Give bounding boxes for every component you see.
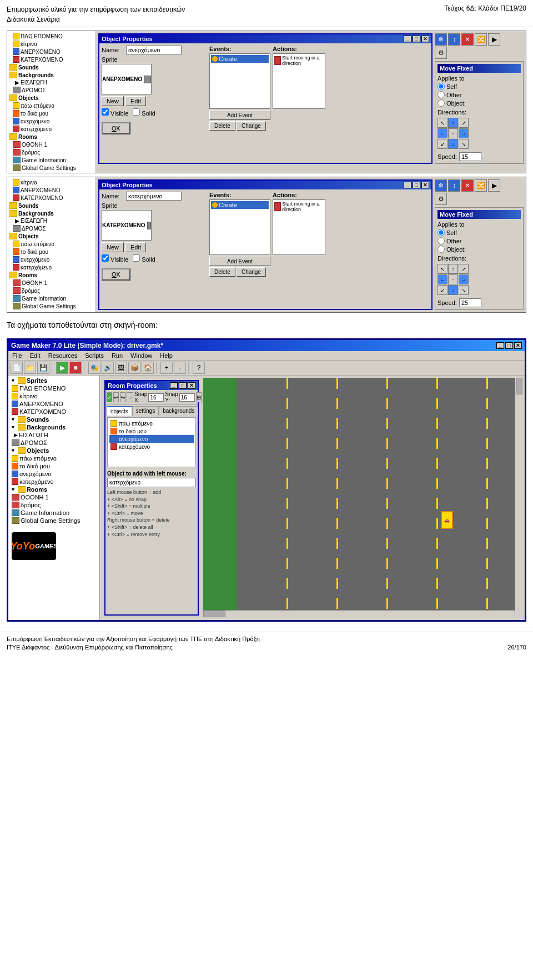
tb-open[interactable]: 📁: [24, 362, 36, 374]
menu-run[interactable]: Run: [110, 352, 124, 359]
speed-input-1[interactable]: [459, 152, 481, 161]
dir2-w[interactable]: ←: [438, 274, 447, 284]
minimize-btn-1[interactable]: _: [404, 36, 411, 42]
edit-sprite-btn-1[interactable]: Edit: [125, 96, 146, 106]
tb-new[interactable]: 📄: [11, 362, 23, 374]
maximize-btn-2[interactable]: □: [413, 182, 420, 188]
big-close-btn[interactable]: ✕: [514, 342, 522, 349]
tb-zoom-in[interactable]: +: [160, 362, 173, 374]
big-minimize-btn[interactable]: _: [496, 342, 504, 349]
dir2-s[interactable]: ↓: [448, 285, 458, 295]
tb-sound[interactable]: 🔊: [102, 362, 114, 374]
action-icon2-1[interactable]: ❄: [435, 179, 447, 192]
dir-w-1[interactable]: ←: [438, 128, 447, 138]
tb-play[interactable]: ▶: [56, 362, 68, 374]
ok-btn-2[interactable]: OK: [102, 268, 130, 281]
close-btn-2[interactable]: ✕: [421, 182, 429, 188]
room-close-btn[interactable]: ✕: [188, 382, 195, 389]
tb-stop[interactable]: ■: [69, 362, 82, 374]
dir2-n[interactable]: ↑: [448, 264, 458, 274]
room-tb-undo[interactable]: ↩: [113, 392, 119, 402]
menu-window[interactable]: Window: [129, 352, 154, 359]
room-tb-redo[interactable]: ↪: [120, 392, 125, 402]
dir-center-1[interactable]: ·: [448, 128, 458, 138]
solid-checkbox-label-1[interactable]: Solid: [133, 108, 155, 117]
add-event-btn-1[interactable]: Add Event: [209, 111, 270, 120]
tab-settings[interactable]: settings: [132, 406, 159, 416]
dir2-sw[interactable]: ↙: [438, 285, 447, 295]
action-icon-4[interactable]: 🔀: [475, 33, 487, 46]
action-icon2-6[interactable]: ⚙: [435, 193, 447, 205]
name-input-2[interactable]: [126, 192, 182, 201]
menu-edit[interactable]: Edit: [28, 352, 42, 359]
room-scrollbar-v[interactable]: [515, 378, 522, 618]
name-input-1[interactable]: [126, 46, 182, 54]
tb-bg[interactable]: 🖼: [115, 362, 127, 374]
dir2-center[interactable]: ·: [448, 274, 458, 284]
dir-ne-1[interactable]: ↗: [459, 118, 469, 128]
action-icon-1[interactable]: ❄: [435, 33, 447, 46]
dir-nw-1[interactable]: ↖: [438, 118, 447, 128]
tb-sprite[interactable]: 🎭: [88, 362, 100, 374]
dir-se-1[interactable]: ↘: [459, 139, 469, 149]
menu-resources[interactable]: Resources: [47, 352, 79, 359]
solid-checkbox-2[interactable]: [133, 254, 140, 262]
v-scrollbar-thumb[interactable]: [516, 378, 522, 394]
action-icon-2[interactable]: ↕: [448, 33, 460, 46]
visible-checkbox-label-2[interactable]: Visible: [102, 254, 128, 263]
action-icon2-5[interactable]: ▶: [488, 179, 500, 192]
new-sprite-btn-1[interactable]: New: [102, 96, 124, 106]
dir-sw-1[interactable]: ↙: [438, 139, 447, 149]
dir2-ne[interactable]: ↗: [459, 264, 469, 274]
tab-backgrounds[interactable]: backgrounds: [159, 406, 198, 416]
minimize-btn-2[interactable]: _: [404, 182, 411, 188]
close-btn-1[interactable]: ✕: [421, 36, 429, 42]
tb-save[interactable]: 💾: [37, 362, 49, 374]
tb-obj[interactable]: 📦: [128, 362, 140, 374]
room-minimize-btn[interactable]: _: [170, 382, 178, 389]
snap-y-input[interactable]: [179, 393, 195, 402]
tb-help[interactable]: ?: [193, 362, 205, 374]
dir-s-1[interactable]: ↓: [448, 139, 458, 149]
menu-help[interactable]: Help: [158, 352, 174, 359]
dir-e-1[interactable]: →: [459, 128, 469, 138]
change-btn-1[interactable]: Change: [237, 121, 266, 131]
speed-input-2[interactable]: [459, 298, 481, 307]
room-maximize-btn[interactable]: □: [179, 382, 187, 389]
tb-room[interactable]: 🏠: [142, 362, 154, 374]
dir2-e[interactable]: →: [459, 274, 469, 284]
h-scrollbar-thumb[interactable]: [203, 611, 225, 617]
change-btn-2[interactable]: Change: [237, 267, 266, 277]
action-icon-6[interactable]: ⚙: [435, 47, 447, 59]
solid-checkbox-label-2[interactable]: Solid: [133, 254, 155, 263]
ok-btn-1[interactable]: OK: [102, 122, 130, 134]
action-icon2-2[interactable]: ↕: [448, 179, 460, 192]
new-sprite-btn-2[interactable]: New: [102, 242, 124, 252]
action-icon-5[interactable]: ▶: [488, 33, 500, 46]
delete-btn-2[interactable]: Delete: [209, 267, 235, 277]
edit-sprite-btn-2[interactable]: Edit: [125, 242, 146, 252]
visible-checkbox-label-1[interactable]: Visible: [102, 108, 128, 117]
room-tb-arrow[interactable]: →: [127, 392, 133, 402]
snap-x-input[interactable]: [148, 393, 164, 402]
room-tb-ok[interactable]: ✓: [107, 392, 112, 402]
tb-zoom-out[interactable]: -: [174, 362, 186, 374]
add-object-input[interactable]: [107, 478, 196, 487]
action-icon2-3[interactable]: ✕: [461, 179, 474, 192]
tab-objects[interactable]: objects: [107, 406, 132, 416]
room-tb-grid[interactable]: ⊞: [196, 392, 202, 402]
visible-checkbox-2[interactable]: [102, 254, 109, 262]
visible-checkbox-1[interactable]: [102, 108, 109, 116]
maximize-btn-1[interactable]: □: [413, 36, 420, 42]
delete-btn-1[interactable]: Delete: [209, 121, 235, 131]
dir2-nw[interactable]: ↖: [438, 264, 447, 274]
menu-file[interactable]: File: [11, 352, 24, 359]
action-icon2-4[interactable]: 🔀: [475, 179, 487, 192]
room-scrollbar-h[interactable]: [203, 610, 515, 618]
solid-checkbox-1[interactable]: [133, 108, 140, 116]
big-maximize-btn[interactable]: □: [505, 342, 513, 349]
menu-scripts[interactable]: Scripts: [83, 352, 105, 359]
add-event-btn-2[interactable]: Add Event: [209, 257, 270, 266]
dir-n-1[interactable]: ↑: [448, 118, 458, 128]
dir2-se[interactable]: ↘: [459, 285, 469, 295]
